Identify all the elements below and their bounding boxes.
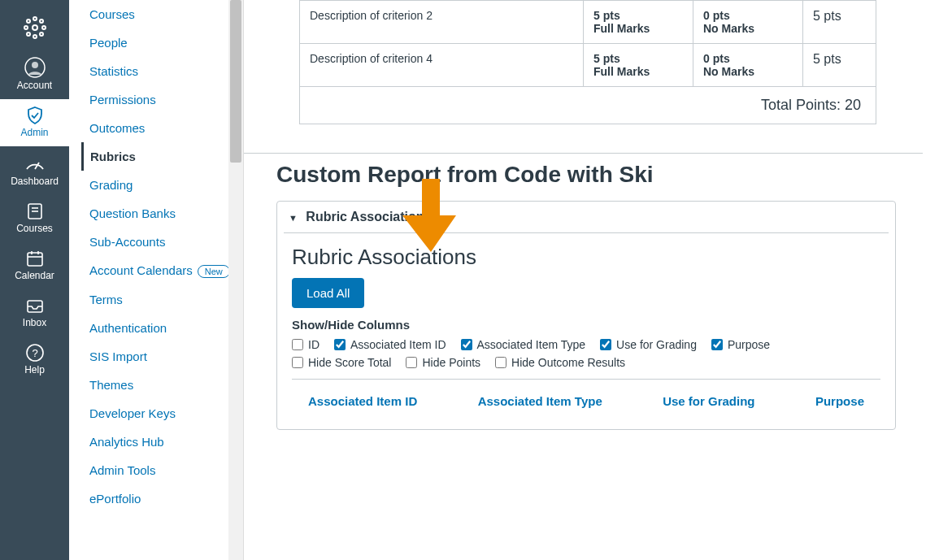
sidebar-item-analytics-hub[interactable]: Analytics Hub (89, 428, 243, 456)
canvas-logo-icon (22, 15, 48, 41)
sidebar-item-courses[interactable]: Courses (89, 0, 243, 28)
criterion-points: 5 pts (803, 1, 876, 44)
sidebar-item-label: Analytics Hub (89, 435, 164, 449)
rubric-associations-summary[interactable]: Rubric Associations (277, 202, 895, 232)
nav-logo[interactable] (0, 8, 69, 50)
column-checkbox[interactable] (406, 357, 417, 368)
rubric-row: Description of criterion 45 ptsFull Mark… (300, 44, 876, 87)
svg-point-5 (27, 20, 30, 23)
sidebar-item-people[interactable]: People (89, 28, 243, 57)
sidebar-item-label: Account Calendars (89, 263, 193, 277)
column-toggle-label: ID (308, 338, 320, 351)
sidebar-scrollbar[interactable] (228, 0, 243, 560)
column-toggle-hide-points[interactable]: Hide Points (406, 356, 480, 369)
column-toggle-label: Use for Grading (616, 338, 697, 351)
sidebar-item-label: Permissions (89, 93, 156, 106)
svg-point-8 (40, 33, 43, 36)
column-toggle-label: Hide Score Total (308, 356, 391, 369)
nav-admin-label: Admin (0, 127, 69, 138)
column-checkbox[interactable] (334, 339, 346, 350)
sidebar-item-outcomes[interactable]: Outcomes (89, 114, 243, 142)
svg-point-7 (27, 33, 30, 36)
help-icon: ? (25, 343, 45, 362)
column-toggle-hide-score-total[interactable]: Hide Score Total (292, 356, 391, 369)
svg-rect-15 (28, 253, 42, 266)
column-toggle-label: Hide Points (422, 356, 480, 369)
sidebar-item-label: Question Banks (89, 206, 176, 220)
sidebar-item-rubrics[interactable]: Rubrics (81, 142, 243, 171)
criterion-description: Description of criterion 4 (300, 44, 584, 87)
show-hide-columns-label: Show/Hide Columns (292, 318, 880, 332)
column-checkboxes: IDAssociated Item IDAssociated Item Type… (292, 338, 880, 369)
nav-dashboard[interactable]: Dashboard (0, 146, 69, 195)
inbox-icon (25, 296, 45, 315)
sidebar-item-sub-accounts[interactable]: Sub-Accounts (89, 228, 243, 256)
nav-help[interactable]: ? Help (0, 336, 69, 384)
nav-account[interactable]: Account (0, 50, 69, 99)
column-toggle-associated-item-type[interactable]: Associated Item Type (461, 338, 586, 351)
column-checkbox[interactable] (461, 339, 472, 350)
sidebar-item-permissions[interactable]: Permissions (89, 85, 243, 114)
nav-account-label: Account (0, 80, 69, 91)
sidebar-item-statistics[interactable]: Statistics (89, 57, 243, 85)
column-toggle-hide-outcome-results[interactable]: Hide Outcome Results (495, 356, 625, 369)
nav-courses-label: Courses (0, 223, 69, 234)
column-header[interactable]: Use for Grading (663, 394, 754, 408)
svg-point-3 (24, 26, 28, 29)
column-checkbox[interactable] (292, 339, 303, 350)
nav-calendar[interactable]: Calendar (0, 242, 69, 289)
sidebar-item-sis-import[interactable]: SIS Import (89, 342, 243, 371)
sidebar-item-label: Authentication (89, 321, 167, 335)
sidebar-item-label: Sub-Accounts (89, 235, 165, 249)
svg-point-0 (33, 25, 37, 30)
nav-courses[interactable]: Courses (0, 195, 69, 242)
criterion-points: 5 pts (803, 44, 876, 87)
column-toggle-id[interactable]: ID (292, 338, 320, 351)
sidebar-item-admin-tools[interactable]: Admin Tools (89, 456, 243, 484)
main-content: Description of criterion 25 ptsFull Mark… (244, 0, 939, 560)
nav-inbox[interactable]: Inbox (0, 289, 69, 336)
column-toggle-associated-item-id[interactable]: Associated Item ID (334, 338, 446, 351)
gauge-icon (24, 153, 46, 174)
sidebar-item-label: SIS Import (89, 349, 147, 363)
sidebar-item-label: Grading (89, 178, 133, 192)
calendar-icon (25, 249, 45, 268)
column-checkbox[interactable] (495, 357, 506, 368)
svg-point-4 (42, 26, 46, 29)
book-icon (25, 202, 45, 221)
rating-points: 0 pts (703, 52, 793, 65)
sidebar-item-question-banks[interactable]: Question Banks (89, 199, 243, 228)
nav-admin[interactable]: Admin (0, 99, 69, 146)
rubric-associations-panel: Rubric Associations Rubric Associations … (276, 201, 896, 430)
load-all-button[interactable]: Load All (292, 278, 364, 308)
svg-point-2 (33, 35, 37, 38)
user-icon (24, 57, 46, 78)
sidebar-item-grading[interactable]: Grading (89, 171, 243, 199)
criterion-description: Description of criterion 2 (300, 1, 584, 44)
column-header[interactable]: Associated Item Type (478, 394, 602, 408)
nav-calendar-label: Calendar (0, 270, 69, 281)
column-checkbox[interactable] (292, 357, 303, 368)
column-checkbox[interactable] (600, 339, 611, 350)
sidebar-item-developer-keys[interactable]: Developer Keys (89, 399, 243, 428)
column-toggle-purpose[interactable]: Purpose (711, 338, 770, 351)
sidebar-item-label: Outcomes (89, 121, 145, 135)
rating-cell: 5 ptsFull Marks (584, 1, 693, 44)
rating-label: Full Marks (593, 65, 683, 78)
nav-help-label: Help (0, 364, 69, 376)
sidebar-item-authentication[interactable]: Authentication (89, 314, 243, 342)
rating-points: 5 pts (593, 9, 683, 22)
sidebar-item-account-calendars[interactable]: Account CalendarsNew (89, 256, 243, 285)
shield-icon (25, 106, 45, 125)
sidebar-item-label: Developer Keys (89, 406, 176, 420)
sidebar-item-themes[interactable]: Themes (89, 371, 243, 399)
rubric-table: Description of criterion 25 ptsFull Mark… (299, 0, 876, 87)
sidebar-item-terms[interactable]: Terms (89, 285, 243, 314)
sidebar-item-label: Themes (89, 378, 133, 392)
svg-point-1 (33, 17, 37, 20)
column-header[interactable]: Purpose (815, 394, 864, 408)
column-header[interactable]: Associated Item ID (308, 394, 417, 408)
column-toggle-use-for-grading[interactable]: Use for Grading (600, 338, 697, 351)
column-checkbox[interactable] (711, 339, 723, 350)
sidebar-item-eportfolio[interactable]: ePortfolio (89, 484, 243, 513)
